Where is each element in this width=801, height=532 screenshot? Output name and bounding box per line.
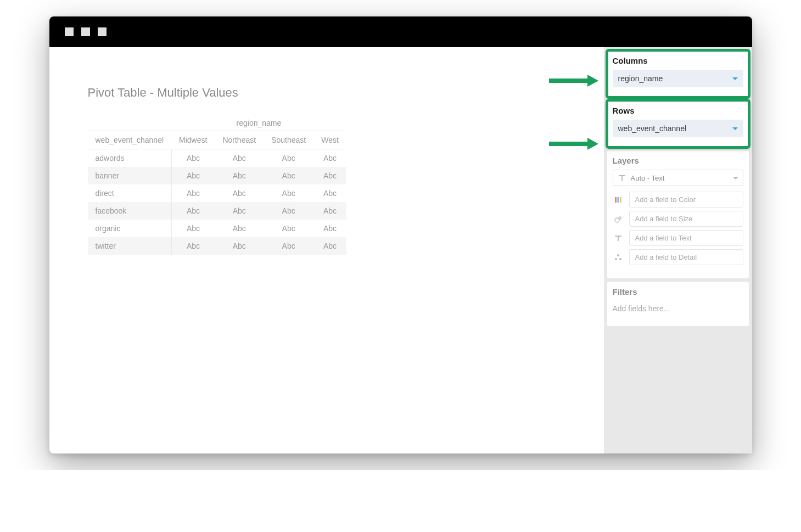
cell: Abc [313,167,346,184]
table-row: bannerAbcAbcAbcAbc [88,167,346,184]
svg-rect-6 [620,197,621,203]
row-label: twitter [88,237,172,255]
rows-field-pill[interactable]: web_event_channel [613,120,743,137]
caret-down-icon [732,127,738,130]
columns-heading: Columns [613,56,743,65]
text-icon [613,233,624,244]
cell: Abc [313,237,346,255]
svg-point-9 [617,254,619,256]
svg-point-11 [619,258,621,260]
svg-point-10 [615,258,617,260]
cell: Abc [171,202,215,220]
columns-field-label: region_name [618,74,663,83]
config-sidebar: Columns region_name Rows web_event_chann… [604,47,752,453]
rows-heading: Rows [613,106,743,115]
table-row: adwordsAbcAbcAbcAbc [88,149,346,167]
main-area: Pivot Table - Multiple Values region_nam… [49,47,604,453]
cell: Abc [215,149,264,167]
svg-marker-1 [587,75,598,87]
cell: Abc [313,202,346,220]
cell: Abc [171,220,215,237]
rows-field-label: web_event_channel [618,124,687,133]
size-field-row: Add a field to Size [613,211,743,227]
app-window: Pivot Table - Multiple Values region_nam… [49,16,752,453]
row-label: adwords [88,149,172,167]
titlebar [49,16,752,47]
layer-type-label: Auto - Text [631,174,729,182]
cell: Abc [215,184,264,202]
detail-field-row: Add a field to Detail [613,249,743,265]
color-field-row: Add a field to Color [613,192,743,208]
cell: Abc [171,237,215,255]
pivot-top-header: region_name [171,115,346,131]
cell: Abc [171,149,215,167]
cell: Abc [264,184,313,202]
row-label: facebook [88,202,172,220]
columns-panel: Columns region_name [607,51,749,97]
row-label: direct [88,184,172,202]
color-field-slot[interactable]: Add a field to Color [629,192,743,208]
layers-panel: Layers Auto - Text [607,150,749,278]
row-label: banner [88,167,172,184]
callout-arrow-columns [549,75,598,87]
svg-marker-3 [587,138,598,150]
layer-type-selector[interactable]: Auto - Text [613,170,743,186]
cell: Abc [171,184,215,202]
rows-panel: Rows web_event_channel [607,100,749,147]
detail-field-slot[interactable]: Add a field to Detail [629,249,743,265]
pivot-col-header: Northeast [215,131,264,149]
cell: Abc [215,237,264,255]
chart-title: Pivot Table - Multiple Values [88,86,582,100]
callout-arrow-rows [549,138,598,150]
svg-point-8 [619,217,621,219]
cell: Abc [215,167,264,184]
cell: Abc [313,220,346,237]
cell: Abc [264,167,313,184]
svg-rect-4 [615,197,617,203]
cell: Abc [215,202,264,220]
pivot-table: region_name web_event_channel Midwest No… [88,115,582,255]
row-label: organic [88,220,172,237]
pivot-col-header: Midwest [171,131,215,149]
cell: Abc [313,149,346,167]
cell: Abc [171,167,215,184]
pivot-col-header: West [313,131,346,149]
cell: Abc [264,149,313,167]
cell: Abc [264,220,313,237]
pivot-col-header: Southeast [264,131,313,149]
table-row: directAbcAbcAbcAbc [88,184,346,202]
text-field-slot[interactable]: Add a field to Text [629,230,743,246]
cell: Abc [215,220,264,237]
detail-icon [613,252,624,263]
text-icon [618,173,626,182]
table-row: twitterAbcAbcAbcAbc [88,237,346,255]
table-row: facebookAbcAbcAbcAbc [88,202,346,220]
columns-field-pill[interactable]: region_name [613,70,743,87]
body: Pivot Table - Multiple Values region_nam… [49,47,752,453]
window-control-3[interactable] [98,27,107,36]
caret-down-icon [733,177,738,180]
size-field-slot[interactable]: Add a field to Size [629,211,743,227]
pivot-row-header: web_event_channel [88,131,172,149]
layers-heading: Layers [613,156,743,165]
svg-rect-5 [617,197,619,203]
cell: Abc [264,237,313,255]
cell: Abc [264,202,313,220]
color-icon [613,194,624,205]
size-icon [613,214,624,225]
window-control-1[interactable] [65,27,74,36]
filters-heading: Filters [613,287,743,296]
cell: Abc [313,184,346,202]
filters-placeholder[interactable]: Add fields here... [613,301,743,316]
text-field-row: Add a field to Text [613,230,743,246]
caret-down-icon [732,77,738,80]
table-row: organicAbcAbcAbcAbc [88,220,346,237]
filters-panel: Filters Add fields here... [607,282,749,326]
window-control-2[interactable] [81,27,90,36]
